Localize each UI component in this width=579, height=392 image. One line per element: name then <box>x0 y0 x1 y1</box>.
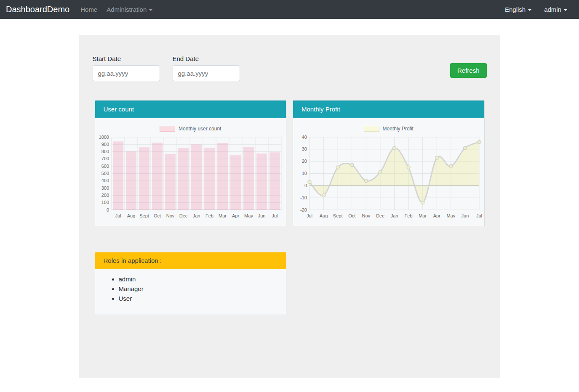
svg-text:Sept: Sept <box>139 213 149 218</box>
top-navbar: DashboardDemo Home Administration Englis… <box>0 0 579 19</box>
dashboard-container: Start Date End Date Refresh User count M… <box>79 35 500 378</box>
svg-text:400: 400 <box>101 178 109 183</box>
svg-text:Mar: Mar <box>219 213 227 218</box>
user-count-panel-body: Monthly user count 010020030040050060070… <box>95 118 286 221</box>
roles-list: admin Manager User <box>95 275 286 302</box>
svg-text:Feb: Feb <box>405 213 413 218</box>
bar-legend-label: Monthly user count <box>179 126 221 132</box>
monthly-profit-panel-header: Monthly Profit <box>293 101 484 118</box>
svg-text:May: May <box>244 213 253 218</box>
bar-legend-swatch <box>160 126 175 132</box>
roles-list-item: User <box>119 295 286 302</box>
svg-text:10: 10 <box>302 171 307 176</box>
roles-panel: Roles in application : admin Manager Use… <box>95 252 286 315</box>
chevron-down-icon <box>528 9 531 11</box>
start-date-input[interactable] <box>93 65 160 81</box>
roles-list-item: admin <box>119 275 286 283</box>
monthly-profit-panel-body: Monthly Profit -20-10010203040JulAugSept… <box>293 118 484 221</box>
svg-text:200: 200 <box>101 193 109 198</box>
svg-text:Dec: Dec <box>179 213 187 218</box>
svg-text:Mar: Mar <box>419 213 427 218</box>
roles-row: Roles in application : admin Manager Use… <box>93 252 487 315</box>
start-date-field: Start Date <box>93 55 160 81</box>
svg-text:Jul: Jul <box>476 213 482 218</box>
svg-text:May: May <box>447 213 456 218</box>
charts-row: User count Monthly user count 0100200300… <box>93 100 487 226</box>
roles-panel-header: Roles in application : <box>95 252 286 269</box>
start-date-label: Start Date <box>93 55 160 62</box>
nav-item-administration-label: Administration <box>107 6 147 13</box>
svg-text:Jul: Jul <box>307 213 312 218</box>
svg-text:Jun: Jun <box>258 213 265 218</box>
monthly-profit-panel: Monthly Profit Monthly Profit -20-100102… <box>293 100 485 226</box>
svg-text:800: 800 <box>101 149 109 154</box>
date-filter-form: Start Date End Date Refresh <box>93 55 487 81</box>
monthly-profit-line-chart: -20-10010203040JulAugSeptOctNovDecJanFeb… <box>294 135 483 221</box>
end-date-input[interactable] <box>173 65 240 81</box>
svg-text:Aug: Aug <box>127 213 135 218</box>
nav-item-administration[interactable]: Administration <box>107 6 152 13</box>
svg-text:900: 900 <box>101 142 109 147</box>
svg-text:Apr: Apr <box>433 213 440 218</box>
svg-text:700: 700 <box>101 156 109 161</box>
svg-text:Jul: Jul <box>272 213 277 218</box>
svg-text:300: 300 <box>101 185 109 191</box>
monthly-profit-legend: Monthly Profit <box>294 125 483 132</box>
svg-text:Oct: Oct <box>348 213 355 218</box>
chevron-down-icon <box>564 9 567 11</box>
svg-text:0: 0 <box>107 207 109 212</box>
nav-right: English admin <box>505 6 573 13</box>
svg-text:Jun: Jun <box>462 213 469 218</box>
svg-text:0: 0 <box>304 183 307 188</box>
svg-text:Oct: Oct <box>154 213 161 218</box>
roles-panel-title: Roles in application : <box>104 257 162 264</box>
nav-item-home[interactable]: Home <box>80 6 97 13</box>
user-count-panel: User count Monthly user count 0100200300… <box>95 100 287 226</box>
svg-text:Jul: Jul <box>115 213 121 218</box>
line-legend-label: Monthly Profit <box>383 126 414 132</box>
monthly-profit-panel-title: Monthly Profit <box>302 106 340 113</box>
svg-text:Jan: Jan <box>192 213 200 218</box>
svg-text:500: 500 <box>101 171 109 176</box>
user-count-panel-header: User count <box>95 101 286 118</box>
svg-text:600: 600 <box>101 164 109 169</box>
svg-text:20: 20 <box>302 159 307 164</box>
user-count-panel-title: User count <box>104 106 134 113</box>
svg-text:30: 30 <box>302 146 307 151</box>
svg-text:Aug: Aug <box>320 213 328 218</box>
svg-text:-20: -20 <box>300 207 307 212</box>
language-dropdown-label: English <box>505 6 526 13</box>
line-legend-swatch <box>364 126 379 132</box>
roles-panel-body: admin Manager User <box>95 269 286 315</box>
refresh-button[interactable]: Refresh <box>450 63 487 78</box>
user-dropdown-label: admin <box>544 6 561 13</box>
svg-text:Sept: Sept <box>333 213 343 218</box>
svg-text:Jan: Jan <box>391 213 398 218</box>
svg-text:Nov: Nov <box>362 213 371 218</box>
app-brand[interactable]: DashboardDemo <box>6 5 69 14</box>
roles-list-item: Manager <box>119 285 286 292</box>
svg-text:Nov: Nov <box>166 213 174 218</box>
svg-text:1000: 1000 <box>99 135 109 140</box>
chevron-down-icon <box>149 9 152 11</box>
user-count-bar-chart: 01002003004005006007008009001000JulAugSe… <box>96 135 285 221</box>
user-count-legend: Monthly user count <box>96 125 285 132</box>
svg-text:-10: -10 <box>300 195 307 200</box>
user-dropdown[interactable]: admin <box>544 6 567 13</box>
svg-text:40: 40 <box>302 135 307 140</box>
language-dropdown[interactable]: English <box>505 6 531 13</box>
svg-text:Dec: Dec <box>376 213 384 218</box>
nav-left: Home Administration <box>80 6 152 13</box>
end-date-label: End Date <box>173 55 240 62</box>
end-date-field: End Date <box>173 55 240 81</box>
svg-text:Apr: Apr <box>232 213 239 218</box>
nav-item-home-label: Home <box>80 6 97 13</box>
svg-text:Feb: Feb <box>205 213 213 218</box>
svg-text:100: 100 <box>101 200 109 205</box>
